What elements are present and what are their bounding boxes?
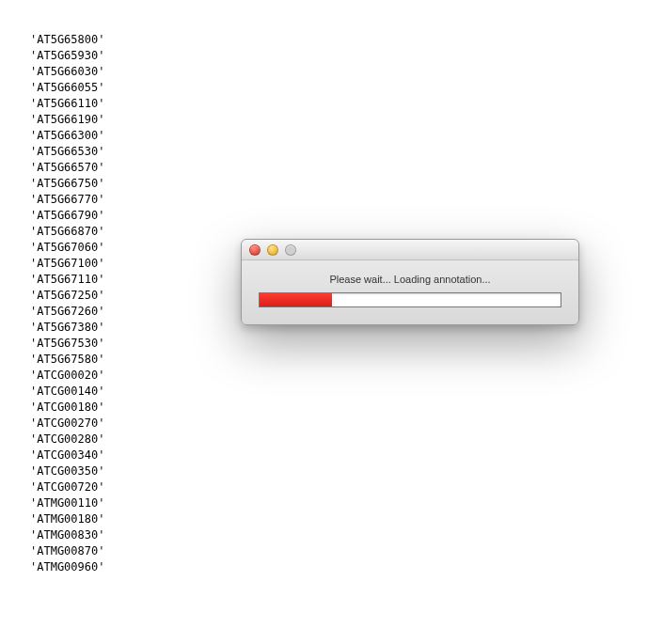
- list-item: 'ATCG00280': [30, 432, 642, 448]
- list-item: 'AT5G66300': [30, 128, 642, 144]
- list-item: 'AT5G67580': [30, 352, 642, 368]
- list-item: 'AT5G66055': [30, 80, 642, 96]
- list-item: 'AT5G66570': [30, 160, 642, 176]
- list-item: 'ATCG00350': [30, 463, 642, 479]
- progress-dialog: Please wait... Loading annotation...: [241, 239, 579, 325]
- progress-bar: [259, 292, 561, 307]
- list-item: 'ATCG00720': [30, 479, 642, 495]
- dialog-titlebar[interactable]: [242, 240, 578, 260]
- minimize-icon[interactable]: [267, 244, 278, 256]
- list-item: 'ATMG00960': [30, 559, 642, 575]
- dialog-message: Please wait... Loading annotation...: [259, 274, 561, 285]
- list-item: 'AT5G66530': [30, 144, 642, 160]
- list-item: 'AT5G66750': [30, 176, 642, 192]
- list-item: 'ATCG00020': [30, 368, 642, 384]
- list-item: 'ATCG00180': [30, 400, 642, 416]
- close-icon[interactable]: [249, 244, 261, 256]
- maximize-icon: [285, 244, 296, 256]
- list-item: 'AT5G66770': [30, 192, 642, 208]
- list-item: 'ATCG00270': [30, 416, 642, 432]
- list-item: 'AT5G66030': [30, 64, 642, 80]
- list-item: 'ATMG00870': [30, 543, 642, 559]
- list-item: 'AT5G66870': [30, 224, 642, 240]
- list-item: 'AT5G66190': [30, 112, 642, 128]
- list-item: 'ATMG00180': [30, 511, 642, 527]
- list-item: 'ATCG00140': [30, 384, 642, 400]
- list-item: 'AT5G66110': [30, 96, 642, 112]
- list-item: 'ATCG00340': [30, 448, 642, 463]
- list-item: 'ATMG00830': [30, 527, 642, 543]
- list-item: 'AT5G65800': [30, 32, 642, 48]
- blank-line: [6, 607, 642, 623]
- list-item: 'ATMG00110': [30, 495, 642, 511]
- dialog-body: Please wait... Loading annotation...: [242, 260, 578, 324]
- list-item: 'AT5G67530': [30, 336, 642, 352]
- list-item: 'AT5G65930': [30, 48, 642, 64]
- list-item: 'AT5G66790': [30, 208, 642, 224]
- progress-fill: [260, 293, 332, 306]
